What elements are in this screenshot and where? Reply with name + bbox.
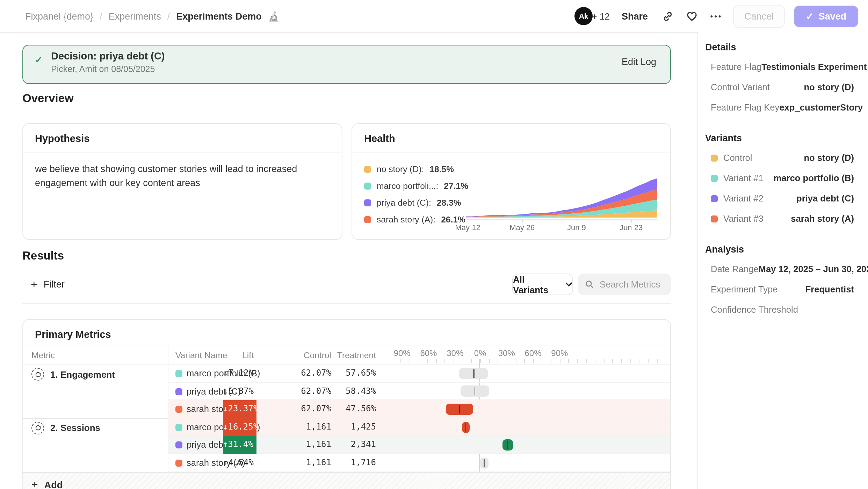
add-metric-button[interactable]: + Add — [31, 479, 63, 489]
sidebar-row-value: sarah story (A) — [764, 213, 854, 224]
metric-row[interactable]: priya debt (C)↑31.4%1,1612,341 — [168, 436, 671, 454]
details-section-title: Details — [705, 42, 868, 52]
lift-value: ↓7.12% — [191, 364, 254, 382]
all-variants-dropdown[interactable]: All Variants — [512, 274, 573, 295]
divider — [22, 303, 671, 304]
ruler-tick — [639, 359, 640, 363]
ruler-tick — [445, 359, 446, 363]
header-actions: Ak + 12 Share ••• Cancel ✓ Saved — [574, 0, 858, 32]
metric-row[interactable]: priya debt (C)↓5.87%62.07%58.43% — [168, 382, 671, 400]
axis-label: -60% — [417, 348, 437, 358]
metric-row[interactable]: sarah story (A)↑4.54%1,1611,716 — [168, 454, 671, 472]
overview-heading: Overview — [22, 92, 74, 105]
treatment-value: 1,716 — [306, 454, 376, 472]
axis-label: 90% — [551, 348, 568, 358]
variant-swatch — [711, 215, 718, 222]
lift-point-tick — [459, 405, 460, 413]
sidebar-row-label: Variant #1 — [723, 173, 764, 183]
lift-badge: ↓16.25% — [223, 418, 256, 436]
variant-swatch — [175, 370, 182, 377]
sidebar-row-value: Testimonials Experiment — [761, 62, 867, 72]
x-tick-label: May 12 — [455, 223, 480, 232]
ruler-tick — [410, 359, 410, 363]
sidebar-row-value: exp_customerStory — [779, 102, 863, 113]
sidebar-row-label: Feature Flag Key — [711, 102, 779, 113]
health-card: Health no story (D): 18.5%marco portfoli… — [352, 123, 671, 240]
metric-row[interactable]: sarah story (A)↓23.37%62.07%47.56% — [168, 400, 671, 418]
variant-swatch — [175, 388, 182, 395]
edit-log-button[interactable]: Edit Log — [622, 57, 656, 67]
sidebar-row-feature-flag-key: Feature Flag Keyexp_customerStory — [711, 97, 854, 118]
avatar[interactable]: Ak — [574, 7, 593, 25]
sidebar-row-label: Date Range — [711, 264, 759, 274]
lift-point-tick — [473, 369, 475, 378]
check-icon: ✓ — [35, 55, 43, 65]
treatment-value: 47.56% — [306, 400, 376, 418]
microscope-icon: 🔬 — [268, 11, 279, 21]
metric-name-label: 1. Engagement — [50, 369, 115, 380]
sidebar-row-label: Control — [723, 153, 752, 163]
lift-value: ↑4.54% — [191, 454, 254, 472]
sidebar-row-variant-3: Variant #3sarah story (A) — [711, 208, 854, 229]
share-button[interactable]: Share — [622, 11, 648, 21]
decision-subtitle: Picker, Amit on 08/05/2025 — [51, 64, 155, 74]
ruler-tick — [630, 359, 631, 363]
results-heading: Results — [22, 249, 64, 262]
ruler-tick — [657, 359, 657, 363]
col-metric: Metric — [31, 350, 55, 360]
metric-row[interactable]: marco portfolio (B)↓7.12%62.07%57.65% — [168, 364, 671, 382]
decision-title: Decision: priya debt (C) — [51, 50, 165, 62]
variant-swatch — [711, 154, 718, 161]
analysis-section-title: Analysis — [705, 244, 868, 255]
axis-label: -30% — [444, 348, 463, 358]
favorite-heart-icon[interactable] — [684, 8, 700, 24]
sidebar-row-value: no story (D) — [770, 82, 854, 92]
legend-item: sarah story (A): 26.1% — [364, 215, 465, 225]
add-filter-button[interactable]: + Filter — [31, 274, 65, 295]
x-tick-label: Jun 9 — [567, 223, 586, 232]
ruler-tick — [559, 359, 560, 363]
ruler-tick — [401, 359, 402, 363]
breadcrumb-section[interactable]: Experiments — [109, 11, 161, 21]
ruler-tick — [489, 359, 490, 363]
lift-badge: ↑31.4% — [223, 436, 256, 454]
chart-x-axis — [465, 219, 658, 220]
sidebar-row-variant-1: Variant #1marco portfolio (B) — [711, 168, 854, 188]
ruler-tick — [524, 359, 525, 363]
treatment-value: 58.43% — [306, 382, 376, 400]
variant-swatch — [711, 195, 718, 202]
metric-row[interactable]: marco portfolio (B)↓16.25%1,1611,425 — [168, 418, 671, 436]
cancel-button[interactable]: Cancel — [733, 5, 785, 28]
ruler-tick — [533, 359, 534, 363]
saved-button[interactable]: ✓ Saved — [794, 5, 858, 27]
ruler-tick — [648, 359, 649, 363]
x-tick — [522, 220, 523, 222]
legend-value: 27.1% — [444, 181, 468, 191]
breadcrumb-project[interactable]: Fixpanel {demo} — [25, 11, 93, 21]
x-tick-label: May 26 — [509, 223, 535, 232]
details-sidebar: Details Feature FlagTestimonials Experim… — [697, 32, 868, 489]
lift-badge: ↓23.37% — [223, 400, 256, 418]
goal-metric-icon — [31, 422, 44, 434]
variant-swatch — [175, 424, 182, 431]
variant-swatch — [175, 442, 182, 449]
sidebar-row-variant-2: Variant #2priya debt (C) — [711, 188, 854, 208]
x-tick — [631, 220, 632, 222]
x-tick-label: Jun 23 — [620, 223, 643, 232]
app-window: Fixpanel {demo} / Experiments / Experime… — [0, 0, 868, 489]
sidebar-row-label: Variant #3 — [723, 213, 764, 224]
ruler-tick — [507, 359, 507, 363]
more-menu-icon[interactable]: ••• — [709, 8, 724, 24]
sidebar-row-label: Confidence Threshold — [711, 304, 798, 315]
ruler-tick — [595, 359, 595, 363]
top-header-bar: Fixpanel {demo} / Experiments / Experime… — [0, 0, 868, 33]
variant-swatch — [175, 460, 182, 467]
lift-point-tick — [465, 423, 466, 431]
lift-value: ↓5.87% — [191, 382, 254, 400]
collaborator-count[interactable]: + 12 — [592, 11, 610, 21]
search-metrics-input[interactable]: Search Metrics — [578, 274, 671, 295]
copy-link-icon[interactable] — [660, 8, 675, 24]
plus-icon: + — [31, 479, 38, 489]
ruler-tick — [418, 359, 419, 363]
ruler-tick — [480, 359, 481, 363]
